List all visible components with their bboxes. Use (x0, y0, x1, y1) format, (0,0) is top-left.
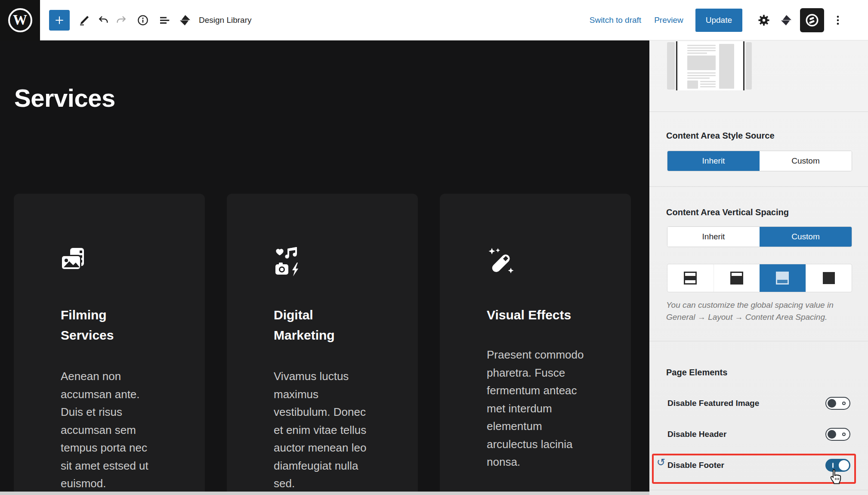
layout-preview-right-bar (746, 42, 752, 90)
blocksy-icon (804, 12, 820, 28)
layout-preview-page (678, 41, 743, 90)
stackable-settings-button[interactable] (778, 12, 795, 29)
divider (649, 490, 868, 490)
redo-icon (115, 14, 127, 26)
card-title: Visual Effects (487, 305, 571, 325)
no-spacing-icon (823, 272, 835, 284)
service-card-filming[interactable]: Filming Services Aenean non accumsan ant… (14, 194, 205, 495)
disable-header-toggle[interactable] (825, 428, 850, 441)
undo-icon (97, 14, 109, 26)
pencil-icon (78, 14, 90, 26)
spacing-bottom-only-icon (776, 272, 789, 285)
wordpress-icon: W (8, 8, 32, 32)
layout-preview-left-bracket (676, 41, 677, 90)
divider (649, 341, 868, 341)
wordpress-editor-window: W (0, 0, 868, 495)
settings-button[interactable] (755, 12, 772, 29)
spacing-top-and-bottom-option[interactable] (667, 264, 714, 292)
horizontal-scrollbar[interactable] (0, 492, 649, 495)
layout-preview-right-bracket (743, 41, 744, 90)
disable-header-label: Disable Header (667, 430, 726, 439)
update-button[interactable]: Update (695, 9, 742, 32)
editor-top-bar: W (0, 0, 868, 40)
divider (649, 111, 868, 112)
stackable-logo-icon[interactable] (176, 12, 194, 29)
service-card-digital-marketing[interactable]: Digital Marketing Vivamus luctus maximus… (227, 194, 418, 495)
vertical-spacing-label: Content Area Vertical Spacing (666, 207, 789, 217)
preview-link[interactable]: Preview (654, 15, 683, 25)
toolbar-right-group: Switch to draft Preview Update (590, 0, 846, 40)
blocksy-settings-button[interactable] (800, 8, 824, 32)
document-title: Design Library (199, 15, 252, 25)
switch-to-draft-link[interactable]: Switch to draft (590, 15, 641, 25)
style-source-inherit-button[interactable]: Inherit (667, 151, 760, 171)
divider (649, 186, 868, 187)
editor-canvas: Services Filming Services Aenean non acc… (0, 40, 649, 495)
service-card-visual-effects[interactable]: Visual Effects Praesent commodo pharetra… (440, 194, 631, 495)
style-source-custom-button[interactable]: Custom (760, 151, 852, 171)
vertical-spacing-control: Inherit Custom (667, 226, 852, 247)
spacing-note: You can customize the global spacing val… (666, 299, 855, 323)
vertical-spacing-inherit-button[interactable]: Inherit (667, 227, 760, 247)
wordpress-logo-button[interactable]: W (0, 0, 40, 40)
card-title: Digital Marketing (274, 305, 351, 345)
disable-footer-label: Disable Footer (667, 461, 724, 470)
tools-button[interactable] (76, 12, 93, 29)
style-source-label: Content Area Style Source (666, 131, 775, 141)
card-body: Vivamus luctus maximus vestibulum. Donec… (274, 368, 374, 493)
disable-featured-image-label: Disable Featured Image (667, 399, 759, 408)
info-icon (136, 14, 149, 27)
spacing-bottom-only-option[interactable] (760, 264, 806, 292)
page-title: Services (14, 84, 115, 112)
media-marketing-icon (274, 247, 303, 276)
kebab-menu-icon (832, 14, 844, 26)
spacing-options-row (667, 264, 852, 292)
list-view-icon (158, 14, 171, 27)
no-spacing-option[interactable] (806, 264, 852, 292)
details-button[interactable] (134, 12, 151, 29)
undo-button[interactable] (95, 12, 112, 29)
spacing-top-only-icon (730, 272, 743, 285)
disable-featured-image-toggle[interactable] (825, 397, 850, 410)
magic-wand-icon (487, 247, 516, 276)
spacing-top-only-option[interactable] (714, 264, 760, 292)
settings-sidebar: Content Area Style Source Inherit Custom… (649, 40, 868, 495)
reset-icon[interactable]: ↺ (657, 457, 665, 467)
spacing-top-and-bottom-icon (684, 272, 697, 285)
card-title: Filming Services (61, 305, 138, 345)
vertical-spacing-custom-button[interactable]: Custom (760, 227, 852, 247)
card-body: Praesent commodo pharetra. Fusce ferment… (487, 346, 587, 471)
stackable-icon (781, 15, 792, 26)
gear-icon (757, 14, 770, 27)
options-menu-button[interactable] (829, 12, 846, 29)
layout-preview-thumbnail (667, 41, 752, 90)
list-view-button[interactable] (156, 12, 173, 29)
toolbar-left-group: Design Library (49, 0, 252, 40)
plus-icon (54, 15, 65, 26)
layout-preview-left-bar (667, 42, 675, 90)
style-source-control: Inherit Custom (667, 151, 852, 171)
card-body: Aenean non accumsan ante. Duis et risus … (61, 368, 161, 493)
film-and-photo-icon (61, 247, 90, 276)
add-block-button[interactable] (49, 10, 70, 31)
redo-button[interactable] (113, 12, 130, 29)
disable-footer-toggle[interactable] (825, 459, 850, 472)
page-elements-heading: Page Elements (666, 368, 727, 377)
